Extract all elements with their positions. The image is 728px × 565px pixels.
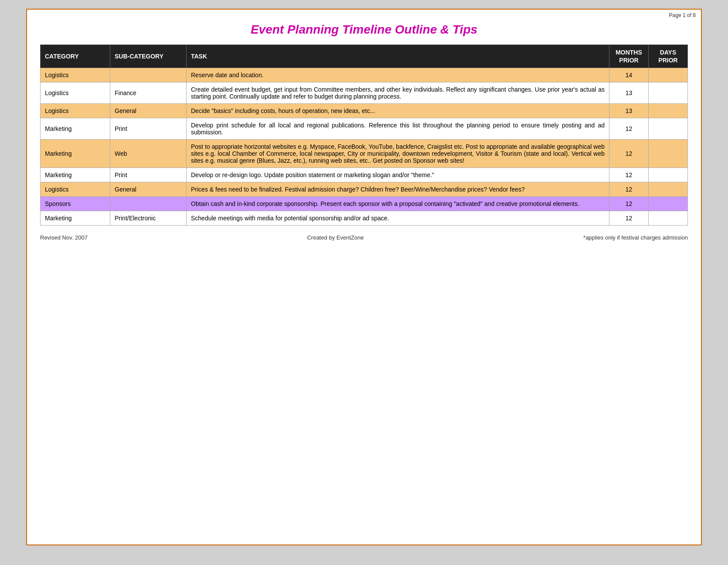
task-cell: Obtain cash and in-kind corporate sponso…	[187, 197, 609, 211]
months-prior-cell: 13	[609, 104, 649, 118]
months-prior-cell: 12	[609, 182, 649, 197]
table-row: SponsorsObtain cash and in-kind corporat…	[41, 197, 688, 211]
table-row: LogisticsGeneralDecide "basics" includin…	[41, 104, 688, 118]
table-row: LogisticsReserve date and location.14	[41, 68, 688, 82]
category-cell: Sponsors	[41, 197, 110, 211]
table-row: MarketingPrint/ElectronicSchedule meetin…	[41, 211, 688, 226]
category-cell: Marketing	[41, 211, 110, 226]
days-prior-cell	[649, 211, 688, 226]
category-cell: Logistics	[41, 82, 110, 104]
footer-left: Revised Nov. 2007	[40, 234, 88, 241]
days-prior-cell	[649, 197, 688, 211]
task-cell: Create detailed event budget, get input …	[187, 82, 609, 104]
header-category: CATEGORY	[41, 45, 110, 68]
header-days-prior: DAYS PRIOR	[649, 45, 688, 68]
months-prior-cell: 12	[609, 168, 649, 182]
subcategory-cell: General	[110, 104, 187, 118]
months-prior-cell: 14	[609, 68, 649, 82]
category-cell: Marketing	[41, 168, 110, 182]
table-row: MarketingPrintDevelop or re-design logo.…	[41, 168, 688, 182]
months-prior-cell: 12	[609, 118, 649, 140]
subcategory-cell: Print/Electronic	[110, 211, 187, 226]
task-cell: Reserve date and location.	[187, 68, 609, 82]
table-row: LogisticsGeneralPrices & fees need to be…	[41, 182, 688, 197]
days-prior-cell	[649, 118, 688, 140]
footer-right: *applies only if festival charges admiss…	[583, 234, 688, 241]
subcategory-cell: Web	[110, 140, 187, 168]
subcategory-cell	[110, 197, 187, 211]
subcategory-cell	[110, 68, 187, 82]
subcategory-cell: Print	[110, 168, 187, 182]
category-cell: Logistics	[41, 104, 110, 118]
table-row: MarketingPrintDevelop print schedule for…	[41, 118, 688, 140]
task-cell: Develop or re-design logo. Update positi…	[187, 168, 609, 182]
months-prior-cell: 12	[609, 140, 649, 168]
category-cell: Marketing	[41, 118, 110, 140]
days-prior-cell	[649, 68, 688, 82]
months-prior-cell: 12	[609, 211, 649, 226]
table-row: MarketingWebPost to appropriate horizont…	[41, 140, 688, 168]
footer: Revised Nov. 2007 Created by EventZone *…	[40, 234, 688, 241]
header-task: TASK	[187, 45, 609, 68]
main-table: CATEGORY SUB-CATEGORY TASK MONTHS PRIOR …	[40, 45, 688, 226]
header-months-prior: MONTHS PRIOR	[609, 45, 649, 68]
page-wrapper: Page 1 of 8 Event Planning Timeline Outl…	[26, 9, 702, 545]
category-cell: Logistics	[41, 68, 110, 82]
subcategory-cell: Print	[110, 118, 187, 140]
page-number: Page 1 of 8	[669, 12, 696, 18]
months-prior-cell: 12	[609, 197, 649, 211]
days-prior-cell	[649, 82, 688, 104]
task-cell: Develop print schedule for all local and…	[187, 118, 609, 140]
months-prior-cell: 13	[609, 82, 649, 104]
category-cell: Logistics	[41, 182, 110, 197]
task-cell: Post to appropriate horizontal websites …	[187, 140, 609, 168]
subcategory-cell: Finance	[110, 82, 187, 104]
header-subcategory: SUB-CATEGORY	[110, 45, 187, 68]
task-cell: Prices & fees need to be finalized. Fest…	[187, 182, 609, 197]
page-title: Event Planning Timeline Outline & Tips	[40, 23, 688, 37]
task-cell: Schedule meetings with media for potenti…	[187, 211, 609, 226]
footer-center: Created by EventZone	[307, 234, 364, 241]
category-cell: Marketing	[41, 140, 110, 168]
task-cell: Decide "basics" including costs, hours o…	[187, 104, 609, 118]
days-prior-cell	[649, 104, 688, 118]
days-prior-cell	[649, 182, 688, 197]
days-prior-cell	[649, 168, 688, 182]
table-row: LogisticsFinanceCreate detailed event bu…	[41, 82, 688, 104]
days-prior-cell	[649, 140, 688, 168]
subcategory-cell: General	[110, 182, 187, 197]
